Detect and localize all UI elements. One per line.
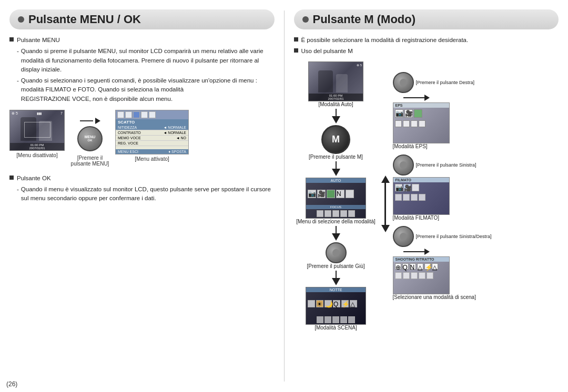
menu-active-screen: SCATTO NITIDEZZA◄ NORMALE CONTRASTO◄ NOR… [115,110,189,154]
eps-screen: EPS 📷 🎥 [393,102,450,143]
panel-divider [284,11,285,381]
menu-description: - Quando si preme il pulsante MENU, sul … [9,47,275,104]
arrow-right-icon [95,118,100,124]
arrow-down-2 [332,161,340,176]
ritratto-screen: SHOOTING RITRATTO ⊕ Q N △ ⚡ △ [393,256,450,294]
ok-section: Pulsante OK - Quando il menu è visualizz… [9,174,275,204]
filmato-screen: FILMATO 📷 🎥 [393,177,450,215]
nav-left-button[interactable] [393,154,414,176]
caption-press-m: [Premere il pulsante M] [309,154,363,160]
eps-group: [Premere il pulsante Destra] EPS 📷 🎥 [393,72,492,149]
filmato-group: [Premere il pulsante Sinistra] FILMATO 📷… [393,154,492,221]
arrow-down-3 [332,226,340,241]
arrow-shaft-left [80,120,93,121]
mode-select-screen: AUTO 📷 🎥 N FOCUS [306,178,366,219]
right-bullets: È possibile selezionare la modalità di r… [294,36,559,58]
camera-overlay: ⊕ 5 ▮▮▮ 7 01:00 PM 2007/02/01 [10,110,64,150]
menu-section: Pulsante MENU - Quando si preme il pulsa… [9,36,275,105]
bullet-ok-icon [9,176,14,180]
caption-press-down: [Premere il pulsante Giù] [307,263,364,269]
right-title: Pulsante M (Modo) [313,13,416,26]
left-section-header: Pulsante MENU / OK [9,9,275,29]
caption-select-scene: [Selezionare una modalità di scena] [393,294,476,300]
bullet-r2 [294,48,298,53]
right-header-dot [302,16,309,23]
caption-mode-select: [Menu di selezione della modalità] [296,219,376,224]
menu-label: Pulsante MENU [17,36,60,45]
camera-screen-col: ⊕ 5 ▮▮▮ 7 01:00 PM 2007/02/01 [Menu [9,110,65,158]
m-button[interactable]: M [321,125,350,154]
caption-eps: [Modalità EPS] [393,143,428,149]
right-section-header: Pulsante M (Modo) [294,9,559,29]
arrow-down-4 [332,271,340,285]
auto-mode-block: ⊕ 5 01:00 PM2007/02/01 [Modalità Auto] [308,61,363,107]
caption-menu-active: [Menu attivato] [135,156,169,162]
arrow-button-group: MENU OK [Premere il pulsante MENU] [69,110,111,167]
arrow-down-1 [332,109,340,123]
caption-menu-disabled: [Menu disattivato] [16,152,57,158]
menu-images-row: ⊕ 5 ▮▮▮ 7 01:00 PM 2007/02/01 [Menu [9,110,275,167]
right-bullet-1: È possibile selezionare la modalità di r… [301,36,469,45]
right-bullet-2: Uso del pulsante M [301,47,353,56]
left-title: Pulsante MENU / OK [28,13,141,26]
scene-screen: NOTTE ☀ 🌙 Q ⚡ △ [306,287,366,325]
side-screens-col: [Premere il pulsante Destra] EPS 📷 🎥 [393,61,492,331]
bullet-r1 [294,37,298,42]
m-button-block: M [Premere il pulsante M] [309,125,363,160]
caption-press-left: [Premere il pulsante Sinistra] [416,162,476,168]
nav-lr-button[interactable] [393,226,414,247]
scene-block: NOTTE ☀ 🌙 Q ⚡ △ [306,287,366,331]
caption-press-menu: [Premere il pulsante MENU] [69,155,111,167]
menu-button[interactable]: MENU OK [77,126,103,151]
bullet-icon [9,37,14,42]
nav-down-button[interactable] [326,242,347,263]
menu-active-col: SCATTO NITIDEZZA◄ NORMALE CONTRASTO◄ NOR… [115,110,189,162]
page-number: (26) [6,380,17,388]
caption-press-right: [Premere il pulsante Destra] [416,80,475,85]
center-flow-col: ⊕ 5 01:00 PM2007/02/01 [Modalità Auto] M… [294,61,378,331]
caption-press-lr: [Premere il pulsante Sinistra/Destra] [416,234,492,239]
nav-down-block: [Premere il pulsante Giù] [307,242,364,269]
right-panel: Pulsante M (Modo) È possibile selezionar… [290,5,563,387]
nav-right-button[interactable] [393,72,414,93]
caption-filmato: [Modalità FILMATO] [393,215,440,221]
caption-scene-mode: [Modalità SCENA] [315,325,357,331]
right-main-content: ⊕ 5 01:00 PM2007/02/01 [Modalità Auto] M… [294,61,559,331]
mode-select-block: AUTO 📷 🎥 N FOCUS [296,178,376,224]
ritratto-group: [Premere il pulsante Sinistra/Destra] SH… [393,226,492,300]
ok-description: - Quando il menu è visualizzato sul moni… [9,185,275,203]
header-dot [18,16,24,23]
ok-label: Pulsante OK [17,174,51,183]
big-vertical-arrow [381,61,390,331]
camera-screen-1: ⊕ 5 ▮▮▮ 7 01:00 PM 2007/02/01 [9,110,65,151]
auto-screen: ⊕ 5 01:00 PM2007/02/01 [308,61,363,101]
caption-auto: [Modalità Auto] [318,101,353,107]
